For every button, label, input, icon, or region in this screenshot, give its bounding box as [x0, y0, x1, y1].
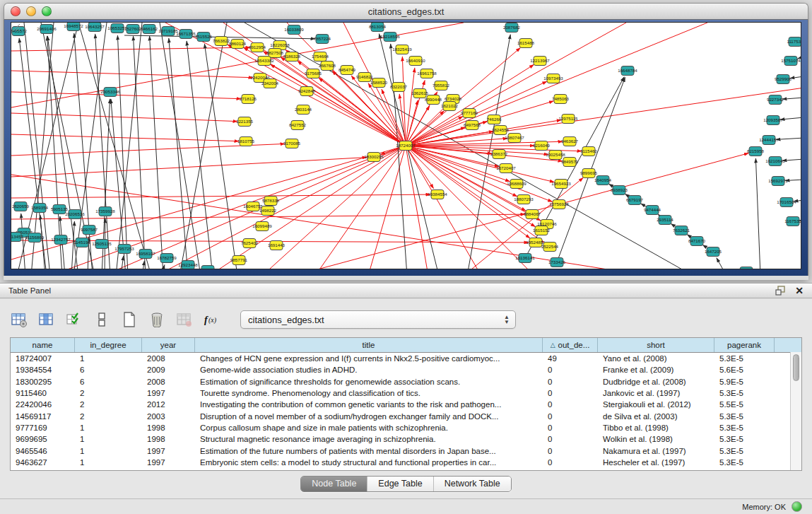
graph-node[interactable]: 2718126: [240, 95, 257, 104]
graph-node[interactable]: 1527602: [124, 25, 142, 34]
table-row[interactable]: 977716911998Corpus callosum shape and si…: [11, 422, 801, 433]
graph-node[interactable]: 2087682: [503, 23, 521, 33]
graph-node[interactable]: 7515526: [195, 33, 213, 42]
graph-node[interactable]: 10025458: [546, 151, 565, 160]
tab-edge-table[interactable]: Edge Table: [367, 477, 433, 491]
graph-node[interactable]: 18325419: [392, 45, 412, 54]
graph-node[interactable]: 1167535: [784, 217, 801, 226]
select-mode-icon[interactable]: [65, 310, 83, 329]
graph-node[interactable]: 1640954: [594, 176, 612, 185]
graph-node[interactable]: 15751074: [781, 57, 801, 66]
graph-node[interactable]: 8919419: [199, 266, 217, 270]
table-row[interactable]: 1830029562008Estimation of significance …: [11, 376, 801, 387]
graph-node[interactable]: 8186328: [283, 52, 301, 62]
graph-node[interactable]: 1647205: [705, 247, 722, 257]
graph-node[interactable]: 2935114: [657, 216, 673, 225]
graph-node[interactable]: 7955812: [433, 81, 450, 90]
graph-node[interactable]: 6216049: [533, 141, 551, 151]
table-row[interactable]: 1456911722003Disruption of a novel membe…: [11, 410, 801, 421]
graph-node[interactable]: 1624554: [492, 126, 510, 135]
graph-node[interactable]: 8322037: [390, 83, 408, 92]
graph-node[interactable]: 12213967: [530, 57, 550, 66]
graph-node[interactable]: 8990448: [425, 95, 442, 105]
column-header-out_de[interactable]: △out_de...: [543, 338, 598, 352]
graph-node[interactable]: 6497568: [464, 121, 481, 130]
network-canvas[interactable]: 2405572206914061694857210643257106532571…: [11, 22, 801, 269]
graph-node[interactable]: 15720407: [496, 164, 516, 173]
graph-node[interactable]: 16648784: [618, 66, 637, 76]
tab-node-table[interactable]: Node Table: [301, 477, 367, 491]
float-panel-icon[interactable]: [775, 286, 787, 296]
graph-node[interactable]: 9474444: [644, 206, 661, 215]
graph-node[interactable]: 8938923: [611, 186, 628, 195]
graph-node[interactable]: 9777169: [461, 109, 478, 118]
graph-node[interactable]: 9170085: [283, 139, 301, 148]
table-select-dropdown[interactable]: citations_edges.txt▲▼: [240, 310, 516, 329]
graph-node[interactable]: 8813054: [369, 23, 387, 32]
tab-network-table[interactable]: Network Table: [433, 477, 511, 491]
graph-node[interactable]: 2522544: [541, 243, 559, 252]
graph-node[interactable]: 16961758: [417, 69, 437, 78]
graph-node[interactable]: 3913457: [11, 233, 24, 242]
resize-grip[interactable]: [11, 23, 20, 32]
table-row[interactable]: 946362711997Embryonic stem cells: a mode…: [11, 457, 801, 468]
graph-node[interactable]: 8454749: [339, 66, 356, 75]
column-header-title[interactable]: title: [195, 338, 543, 352]
graph-node[interactable]: 16033809: [284, 25, 304, 35]
column-header-name[interactable]: name: [11, 338, 75, 352]
graph-node[interactable]: 7625402: [241, 239, 259, 248]
graph-node[interactable]: 12975115: [558, 115, 578, 124]
graph-node[interactable]: 9529906: [775, 75, 792, 84]
graph-node[interactable]: 2667608: [319, 62, 336, 71]
function-builder-icon[interactable]: f(x): [203, 310, 221, 329]
graph-node[interactable]: 2803144: [295, 105, 312, 115]
graph-node[interactable]: 6466162: [141, 25, 158, 34]
graph-node[interactable]: 8912954: [249, 43, 266, 52]
table-row[interactable]: 1938455462009Genome-wide association stu…: [11, 364, 801, 375]
graph-node[interactable]: 17016504: [777, 198, 796, 207]
show-columns-icon[interactable]: [37, 310, 56, 329]
graph-node[interactable]: 9884067: [524, 210, 541, 219]
graph-node[interactable]: 1221355: [236, 117, 254, 127]
graph-node[interactable]: 7857224: [314, 35, 331, 44]
zoom-window-button[interactable]: [42, 6, 52, 16]
graph-node[interactable]: 10807467: [505, 134, 524, 143]
graph-node[interactable]: 2386372: [490, 150, 508, 159]
graph-node[interactable]: 12505135: [92, 240, 112, 249]
graph-node[interactable]: 9849579: [561, 158, 579, 167]
column-header-in_degree[interactable]: in_degree: [75, 338, 142, 352]
close-window-button[interactable]: [11, 6, 20, 16]
graph-node[interactable]: 2620659: [12, 202, 30, 211]
graph-node[interactable]: 17957253: [114, 245, 134, 254]
table-options-icon[interactable]: [10, 310, 28, 329]
graph-node[interactable]: 16958107: [136, 250, 155, 259]
graph-node[interactable]: 12444157: [759, 136, 779, 145]
graph-node[interactable]: 5905135: [51, 205, 69, 214]
graph-node[interactable]: 1621022: [441, 102, 459, 111]
graph-node[interactable]: 2342004: [261, 79, 279, 88]
close-panel-icon[interactable]: ✕: [795, 286, 804, 296]
graph-node[interactable]: 1145194: [73, 238, 90, 247]
graph-node[interactable]: 19218596: [380, 33, 400, 42]
graph-node[interactable]: 1810755: [237, 137, 255, 146]
graph-node[interactable]: 12093587: [763, 116, 783, 125]
graph-node[interactable]: 1588520: [370, 78, 388, 88]
graph-node[interactable]: 17359928: [95, 207, 115, 216]
table-row[interactable]: 969969511998Structural magnetic resonanc…: [11, 433, 801, 445]
table-row[interactable]: 1872400712008Changes of HCN gene express…: [11, 353, 801, 364]
minimize-window-button[interactable]: [26, 6, 36, 16]
graph-node[interactable]: 10756928: [549, 200, 569, 209]
graph-node[interactable]: 9465546: [738, 267, 755, 270]
graph-node[interactable]: 16136141: [515, 254, 535, 263]
graph-node[interactable]: 1589354: [31, 204, 49, 213]
graph-node[interactable]: 1498222: [259, 206, 277, 216]
graph-node[interactable]: 16210643: [765, 157, 785, 166]
graph-node[interactable]: 9899695: [580, 169, 598, 178]
graph-node[interactable]: 19384554: [428, 190, 447, 199]
graph-node[interactable]: 8215958: [747, 147, 765, 156]
graph-node[interactable]: 9097587: [81, 226, 98, 235]
graph-node[interactable]: 7632621: [673, 226, 690, 235]
graph-node[interactable]: 1117531: [787, 37, 801, 47]
graph-node[interactable]: 7663822: [213, 37, 230, 46]
graph-node[interactable]: 9115460: [580, 147, 597, 156]
